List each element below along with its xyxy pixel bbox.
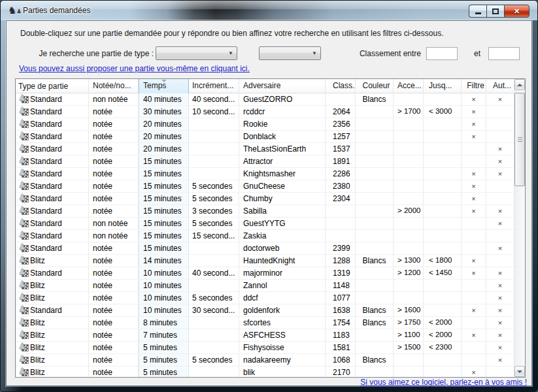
cell-rated: notée — [89, 342, 139, 353]
cell-to — [424, 180, 462, 192]
seek-row[interactable]: ♟Standardnotée15 minutes3 secondesSabill… — [16, 205, 514, 218]
column-header-10[interactable]: Aut... — [486, 79, 514, 93]
seek-row[interactable]: ♟Standardnotée15 minutes5 secondesChumby… — [16, 193, 514, 205]
cell-increment: 10 second... — [189, 106, 239, 118]
column-header-3[interactable]: Incrément... — [189, 79, 239, 93]
minimize-button[interactable] — [469, 5, 486, 18]
rating-max-input[interactable] — [488, 47, 520, 60]
seek-row[interactable]: ♟Standardnotée20 minutesRookie2356× — [16, 118, 514, 131]
scroll-down-button[interactable] — [514, 366, 525, 377]
cell-opponent: Sabilla — [239, 205, 326, 217]
seek-row[interactable]: ♟Standardnon notée15 minutes5 secondesGu… — [16, 218, 514, 230]
seek-row[interactable]: ♟Standardnotée20 minutesDonblack1257× — [16, 131, 514, 143]
cell-opponent: Zannol — [239, 280, 326, 291]
seek-row[interactable]: ♟Blitznotée14 minutesHauntedKnight1288Bl… — [16, 255, 514, 267]
seek-row[interactable]: ♟Blitznotée7 minutesASFCHESS1183> 1100< … — [16, 329, 514, 342]
cell-color — [356, 168, 394, 180]
title-bar[interactable]: ♞♟ Parties demandées ✕ — [1, 1, 537, 20]
seek-row[interactable]: ♟Blitznotée5 minutes5 secondesnadakareem… — [16, 354, 514, 367]
seek-row[interactable]: ♟Standardnotée10 minutes40 second...majo… — [16, 267, 514, 280]
column-header-5[interactable]: Class... — [326, 79, 356, 93]
column-header-1[interactable]: Notée/no... — [89, 79, 139, 93]
pawn-icon: ♟ — [18, 107, 29, 116]
cell-rating: 1891 — [326, 155, 356, 167]
game-type-select[interactable]: ▼ — [156, 46, 237, 60]
cell-time: 20 minutes — [139, 143, 189, 155]
cell-color — [356, 280, 394, 291]
column-header-8[interactable]: Jusq... — [424, 79, 462, 93]
close-button[interactable]: ✕ — [504, 5, 530, 18]
cell-rating: 1319 — [326, 267, 356, 279]
seek-row[interactable]: ♟Standardnon notée40 minutes40 second...… — [16, 93, 514, 106]
vertical-scrollbar[interactable] — [514, 79, 525, 377]
cell-increment: 5 secondes — [189, 218, 239, 229]
cell-color: Blancs — [356, 354, 394, 366]
cell-rated: notée — [89, 143, 139, 155]
seek-row[interactable]: ♟Blitznotée5 minutesFishysoisse1581> 150… — [16, 342, 514, 354]
seek-row[interactable]: ♟Blitznotée5 minutesblik2170× — [16, 367, 514, 377]
close-icon: ✕ — [514, 7, 520, 16]
cell-to — [424, 230, 462, 242]
column-header-6[interactable]: Couleur — [356, 79, 394, 93]
cell-from — [394, 242, 424, 254]
cell-from — [394, 367, 424, 377]
column-header-7[interactable]: Acce... — [394, 79, 424, 93]
seek-row[interactable]: ♟Standardnotée30 minutes10 second...rcdd… — [16, 106, 514, 118]
table-body: ♟Standardnon notée40 minutes40 second...… — [16, 93, 514, 377]
cell-rated: notée — [89, 304, 139, 316]
cell-rated: notée — [89, 267, 139, 279]
column-header-9[interactable]: Filtre — [462, 79, 486, 93]
column-header-4[interactable]: Adversaire — [239, 79, 326, 93]
cell-rating: 2170 — [326, 367, 356, 377]
table-header-row: Type de partieNotée/no...TempsIncrément.… — [16, 79, 514, 93]
maximize-button[interactable] — [486, 5, 504, 18]
seek-row[interactable]: ♟Standardnotée15 minutesAttractor1891× — [16, 155, 514, 168]
cell-type: ♟Blitz — [16, 329, 89, 341]
cell-auto: × — [486, 267, 514, 279]
cell-opponent: Fishysoisse — [239, 342, 326, 353]
seek-row[interactable]: ♟Standardnotée20 minutesTheLastSionEarth… — [16, 143, 514, 155]
dialog-body: Double-cliquez sur une partie demandée p… — [6, 20, 532, 386]
cell-type: ♟Standard — [16, 230, 89, 242]
cell-rated: notée — [89, 317, 139, 329]
cell-increment: 5 secondes — [189, 180, 239, 192]
cell-auto: × — [486, 218, 514, 229]
cell-rating: 1537 — [326, 143, 356, 155]
cell-increment — [189, 255, 239, 267]
seek-row[interactable]: ♟Standardnotée10 minutes30 second...gold… — [16, 304, 514, 317]
share-link[interactable]: Si vous aimez ce logiciel, parlez-en à v… — [360, 378, 527, 387]
column-header-2[interactable]: Temps — [139, 79, 189, 93]
cell-color — [356, 193, 394, 204]
seek-row[interactable]: ♟Standardnon notée15 minutes15 second...… — [16, 230, 514, 242]
rating-min-input[interactable] — [426, 47, 458, 60]
cell-to — [424, 367, 462, 377]
cell-time: 15 minutes — [139, 180, 189, 192]
cell-auto — [486, 180, 514, 192]
sort-descending-icon — [161, 80, 167, 82]
cell-rated: notée — [89, 168, 139, 180]
arrow-up-icon — [517, 84, 522, 86]
cell-opponent: GuestZORRO — [239, 93, 326, 105]
scrollbar-thumb[interactable] — [514, 93, 525, 186]
cell-time: 20 minutes — [139, 131, 189, 142]
cell-auto: × — [486, 329, 514, 341]
cell-from — [394, 93, 424, 105]
cell-rating: 2399 — [326, 242, 356, 254]
seek-row[interactable]: ♟Standardnotée15 minutesdoctorweb2399× — [16, 242, 514, 255]
cell-auto — [486, 367, 514, 377]
seek-row[interactable]: ♟Blitznotée10 minutesZannol1148× — [16, 280, 514, 292]
propose-game-link[interactable]: Vous pouvez aussi proposer une partie vo… — [19, 64, 250, 73]
cell-type: ♟Blitz — [16, 292, 89, 304]
cell-color — [356, 242, 394, 254]
seek-row[interactable]: ♟Standardnotée15 minutesKnightsmasher228… — [16, 168, 514, 180]
seek-row[interactable]: ♟Blitznotée8 minutessfcortes1754Blancs> … — [16, 317, 514, 329]
cell-type: ♟Blitz — [16, 280, 89, 291]
column-header-0[interactable]: Type de partie — [16, 79, 89, 93]
scroll-up-button[interactable] — [514, 79, 525, 90]
cell-time: 40 minutes — [139, 93, 189, 105]
seek-row[interactable]: ♟Blitznotée10 minutes5 secondesddcf1077× — [16, 292, 514, 304]
pawn-icon: ♟ — [18, 269, 29, 278]
pawn-icon: ♟ — [18, 244, 29, 253]
seek-row[interactable]: ♟Standardnotée15 minutes5 secondesGnuChe… — [16, 180, 514, 193]
cell-filter — [462, 155, 486, 167]
